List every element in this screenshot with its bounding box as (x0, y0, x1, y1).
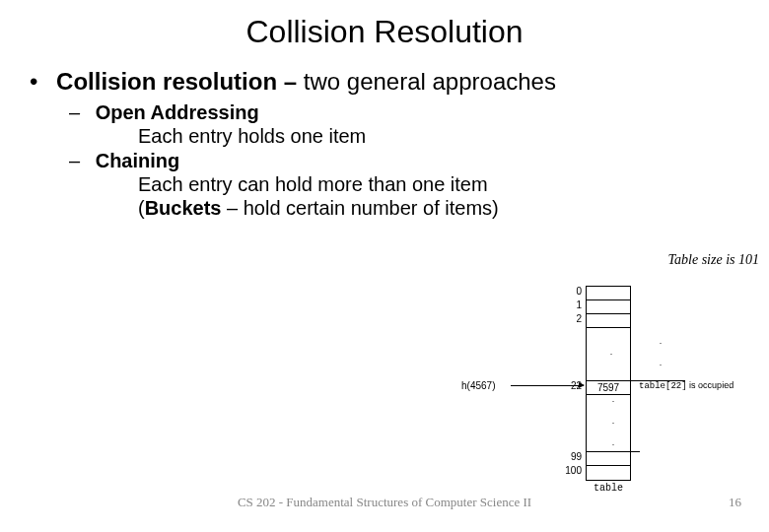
bullet-level-2: – Open Addressing (69, 101, 739, 124)
dash-icon: – (69, 101, 80, 123)
hash-table-diagram: 0 1 2 22 99 100 · · · 7597 · · · h(4567)… (461, 286, 757, 502)
sub2-label: Chaining (96, 150, 180, 171)
table-cell (587, 466, 630, 480)
table-var-label: table (586, 483, 631, 494)
table-cell (587, 287, 630, 300)
bullet-level-2: – Chaining (69, 150, 739, 172)
occupied-text: is occupied (687, 380, 734, 390)
occupied-label: table[22] is occupied (639, 380, 734, 391)
ellipsis-icon: · · · (587, 395, 640, 452)
arrow-icon (511, 385, 584, 386)
bullet-level-1: • Collision resolution – two general app… (30, 68, 739, 96)
sub2-detail-1: Each entry can hold more than one item (138, 173, 739, 196)
sub1-label: Open Addressing (96, 101, 259, 123)
dash-icon: – (69, 150, 80, 171)
index-100: 100 (558, 465, 582, 476)
hash-function-label: h(4567) (461, 380, 495, 391)
footer-course: CS 202 - Fundamental Structures of Compu… (0, 495, 769, 510)
hash-table-box: · · · 7597 · · · (586, 286, 631, 481)
bullet-rest: two general approaches (304, 68, 556, 95)
ellipsis-icon: · · · (587, 328, 685, 381)
paren-open: ( (138, 197, 145, 219)
index-99: 99 (558, 451, 582, 462)
index-0: 0 (558, 286, 582, 297)
buckets-rest: – hold certain number of items) (221, 197, 498, 219)
index-2: 2 (558, 313, 582, 324)
sub1-detail: Each entry holds one item (138, 125, 739, 148)
index-1: 1 (558, 299, 582, 310)
occupied-code: table[22] (639, 381, 687, 391)
bullet-bold: Collision resolution – (56, 68, 304, 95)
table-size-note: Table size is 101 (668, 252, 759, 268)
table-cell (587, 300, 630, 314)
table-cell (587, 314, 630, 328)
slide-title: Collision Resolution (0, 14, 769, 50)
sub2-detail-2: (Buckets – hold certain number of items) (138, 197, 739, 220)
table-cell-22: 7597 (587, 381, 630, 395)
footer-page-number: 16 (729, 495, 741, 510)
bullet-dot-icon: • (30, 68, 37, 95)
slide-body: • Collision resolution – two general app… (0, 68, 769, 220)
table-cell (587, 452, 630, 466)
buckets-word: Buckets (145, 197, 222, 219)
